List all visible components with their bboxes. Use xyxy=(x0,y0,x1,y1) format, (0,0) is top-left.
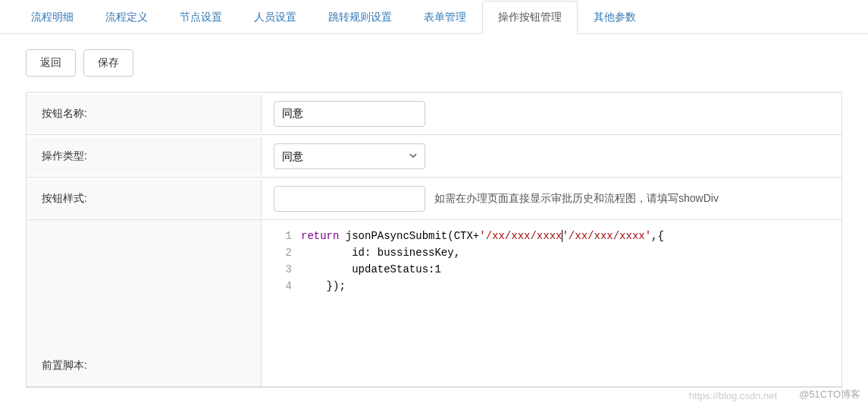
tab-form-manage[interactable]: 表单管理 xyxy=(408,1,482,34)
input-button-style[interactable] xyxy=(274,186,425,212)
input-button-name[interactable] xyxy=(274,101,425,127)
tab-jump-rule[interactable]: 跳转规则设置 xyxy=(312,1,408,34)
tab-process-define[interactable]: 流程定义 xyxy=(89,1,164,34)
toolbar: 返回 保存 xyxy=(0,34,868,92)
row-button-style: 按钮样式: 如需在办理页面直接显示审批历史和流程图，请填写showDiv xyxy=(27,178,841,220)
row-pre-script: 前置脚本: 1 2 3 4 return jsonPAsyncSubmit(CT… xyxy=(27,220,841,387)
save-button[interactable]: 保存 xyxy=(83,49,133,77)
tab-person-setting[interactable]: 人员设置 xyxy=(238,1,312,34)
watermark-csdn: https://blog.csdn.net xyxy=(689,390,777,401)
code-content[interactable]: return jsonPAsyncSubmit(CTX+'/xx/xxx/xxx… xyxy=(301,228,829,379)
tab-node-setting[interactable]: 节点设置 xyxy=(164,1,238,34)
hint-button-style: 如需在办理页面直接显示审批历史和流程图，请填写showDiv xyxy=(434,192,719,206)
label-operation-type: 操作类型: xyxy=(27,137,262,175)
watermark-51cto: @51CTO博客 xyxy=(799,388,860,401)
code-editor[interactable]: 1 2 3 4 return jsonPAsyncSubmit(CTX+'/xx… xyxy=(262,220,841,386)
form-area: 按钮名称: 操作类型: 同意 按钮样式: 如需在办理页面直接显示审批历史和流程图… xyxy=(26,92,842,388)
back-button[interactable]: 返回 xyxy=(26,49,76,77)
tab-other-params[interactable]: 其他参数 xyxy=(578,1,652,34)
label-pre-script: 前置脚本: xyxy=(27,220,262,386)
tabs-bar: 流程明细 流程定义 节点设置 人员设置 跳转规则设置 表单管理 操作按钮管理 其… xyxy=(0,0,868,34)
label-button-name: 按钮名称: xyxy=(27,95,262,133)
label-button-style: 按钮样式: xyxy=(27,180,262,218)
code-gutter: 1 2 3 4 xyxy=(284,228,301,379)
tab-action-button-manage[interactable]: 操作按钮管理 xyxy=(482,1,578,34)
row-button-name: 按钮名称: xyxy=(27,93,841,135)
row-operation-type: 操作类型: 同意 xyxy=(27,135,841,178)
select-operation-type[interactable]: 同意 xyxy=(274,143,425,169)
tab-process-detail[interactable]: 流程明细 xyxy=(15,1,89,34)
